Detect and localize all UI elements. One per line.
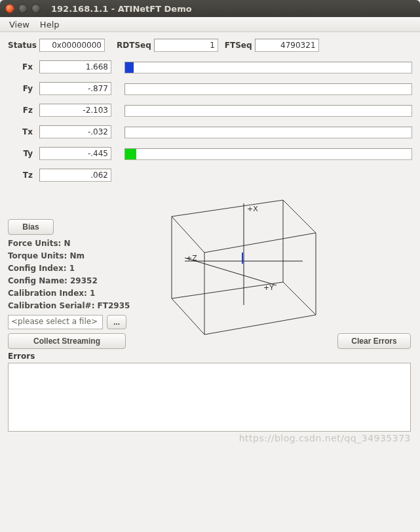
- tx-value: -.032: [39, 125, 111, 138]
- fz-bar: [124, 105, 412, 117]
- browse-button[interactable]: ...: [107, 315, 126, 329]
- ty-label: Ty: [8, 149, 39, 158]
- config-info: Force Units: N Torque Units: Nm Config I…: [8, 237, 139, 312]
- svg-line-0: [172, 216, 204, 253]
- tx-label: Tx: [8, 127, 39, 136]
- menu-bar: View Help: [0, 17, 420, 32]
- ft-readings: Fx1.668 Fy-.877 Fz-2.103 Tx-.032 Ty-.445…: [8, 58, 412, 188]
- window-titlebar: 192.168.1.1 - ATINetFT Demo: [0, 0, 420, 17]
- bias-button[interactable]: Bias: [8, 219, 54, 235]
- status-row: Status 0x00000000 RDTSeq 1 FTSeq 4790321: [8, 39, 412, 52]
- config-name: Config Name: 29352: [8, 275, 139, 287]
- 3d-visualization: +X +Y +Z: [126, 184, 412, 344]
- fx-value: 1.668: [39, 60, 111, 73]
- tz-value: .062: [39, 169, 111, 182]
- rdtseq-field: 1: [154, 39, 218, 52]
- close-icon[interactable]: [5, 4, 14, 13]
- fy-label: Fy: [8, 84, 39, 93]
- config-index: Config Index: 1: [8, 262, 139, 275]
- status-field: 0x00000000: [39, 39, 105, 52]
- minimize-icon[interactable]: [18, 4, 28, 13]
- axis-z-label: +Z: [186, 254, 197, 262]
- fz-value: -2.103: [39, 104, 111, 117]
- watermark-text: https://blog.csdn.net/qq_34935373: [0, 433, 420, 443]
- file-select[interactable]: <please select a file>: [8, 315, 103, 329]
- calibration-serial: Calibration Serial#: FT2935: [8, 300, 139, 312]
- cube-icon: +X +Y +Z: [152, 184, 349, 341]
- collect-streaming-button[interactable]: Collect Streaming: [8, 333, 126, 349]
- svg-line-3: [185, 258, 277, 285]
- ty-bar: [124, 148, 412, 160]
- window-title: 192.168.1.1 - ATINetFT Demo: [51, 4, 192, 14]
- fz-label: Fz: [8, 106, 39, 115]
- force-units: Force Units: N: [8, 237, 139, 250]
- ftseq-label: FTSeq: [225, 41, 252, 50]
- ftseq-field: 4790321: [255, 39, 319, 52]
- rdtseq-label: RDTSeq: [117, 41, 151, 50]
- menu-view[interactable]: View: [4, 18, 35, 31]
- ty-value: -.445: [39, 147, 111, 160]
- tz-label: Tz: [8, 171, 39, 180]
- tx-bar: [124, 127, 412, 138]
- axis-x-label: +X: [247, 205, 258, 213]
- status-label: Status: [8, 41, 39, 50]
- errors-textarea[interactable]: [8, 363, 411, 432]
- fy-bar: [124, 83, 412, 95]
- torque-units: Torque Units: Nm: [8, 250, 139, 262]
- fx-label: Fx: [8, 62, 39, 72]
- calibration-index: Calibration Index: 1: [8, 287, 139, 300]
- errors-label: Errors: [8, 352, 412, 361]
- menu-help[interactable]: Help: [35, 18, 65, 31]
- fy-value: -.877: [39, 82, 111, 95]
- axis-y-label: +Y: [263, 283, 274, 292]
- fx-bar: [124, 62, 412, 73]
- maximize-icon[interactable]: [31, 4, 41, 13]
